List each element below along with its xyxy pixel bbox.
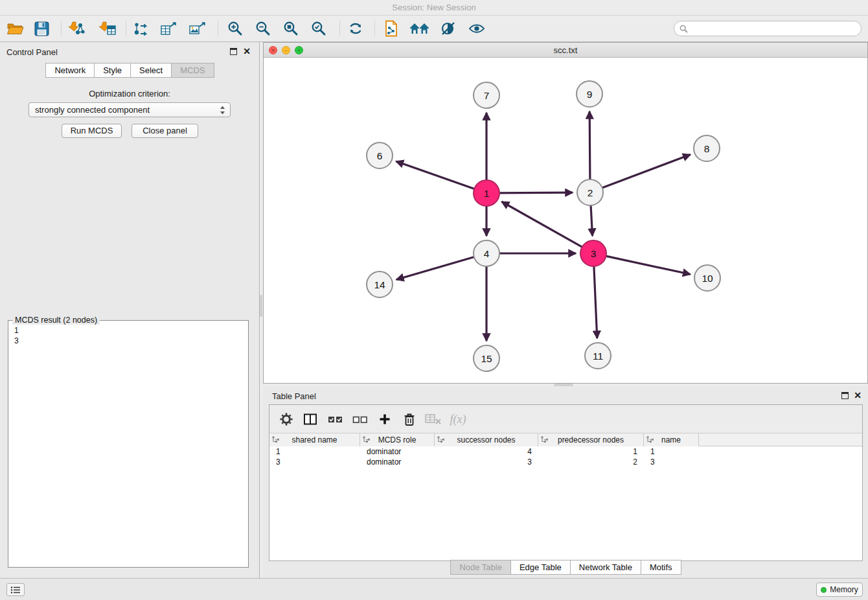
export-table-button[interactable] <box>158 19 180 38</box>
function-builder-button[interactable]: f(x) <box>448 410 468 428</box>
column-header-name[interactable]: name <box>644 433 699 446</box>
memory-button[interactable]: Memory <box>816 583 863 597</box>
tab-select[interactable]: Select <box>130 63 172 78</box>
table-tab-motifs[interactable]: Motifs <box>641 560 681 575</box>
close-panel-button[interactable]: Close panel <box>131 124 198 138</box>
fx-icon: f(x) <box>450 413 466 426</box>
table-tab-node-table[interactable]: Node Table <box>450 560 511 575</box>
select-all-button[interactable] <box>325 410 346 428</box>
tab-mcds[interactable]: MCDS <box>171 63 214 78</box>
delete-row-button[interactable] <box>399 410 420 428</box>
edge-3-11[interactable] <box>594 264 597 338</box>
edge-4-14[interactable] <box>396 256 477 279</box>
clone-network-button[interactable] <box>380 19 402 38</box>
svg-text:9: 9 <box>587 89 593 100</box>
table-row[interactable]: 1dominator411 <box>269 446 862 457</box>
show-hide-button[interactable] <box>466 19 488 38</box>
node-15[interactable]: 15 <box>474 345 499 371</box>
node-14[interactable]: 14 <box>367 271 393 297</box>
node-2[interactable]: 2 <box>577 179 603 205</box>
node-4[interactable]: 4 <box>474 240 499 266</box>
import-network-icon <box>68 21 85 36</box>
column-header-MCDS-role[interactable]: MCDS role <box>360 433 435 446</box>
network-window-titlebar: ✕ − + scc.txt <box>264 43 867 58</box>
svg-text:1: 1 <box>484 188 490 199</box>
optimization-select[interactable]: strongly connected component <box>29 102 231 117</box>
refresh-icon <box>347 21 364 36</box>
run-mcds-button[interactable]: Run MCDS <box>62 124 122 138</box>
plus-icon <box>378 413 391 426</box>
float-panel-icon[interactable] <box>230 48 237 55</box>
add-row-button[interactable] <box>374 410 395 428</box>
table-tab-edge-table[interactable]: Edge Table <box>510 560 571 575</box>
delete-table-button[interactable] <box>423 410 444 428</box>
save-session-button[interactable] <box>30 19 52 38</box>
column-header-predecessor-nodes[interactable]: predecessor nodes <box>538 433 644 446</box>
import-table-button[interactable] <box>97 19 119 38</box>
show-columns-button[interactable] <box>300 410 321 428</box>
svg-text:10: 10 <box>702 273 713 284</box>
node-7[interactable]: 7 <box>474 82 499 108</box>
svg-text:8: 8 <box>704 143 710 154</box>
node-6[interactable]: 6 <box>367 143 393 168</box>
export-image-button[interactable] <box>187 19 209 38</box>
tab-network[interactable]: Network <box>45 63 95 78</box>
edge-1-6[interactable] <box>396 161 476 190</box>
home-layout-button[interactable] <box>409 19 431 38</box>
export-network-button[interactable] <box>130 19 152 38</box>
table-tabs: Node TableEdge TableNetwork TableMotifs <box>263 560 868 575</box>
deselect-all-button[interactable] <box>350 410 371 428</box>
zoom-selected-icon <box>311 21 326 36</box>
zoom-out-button[interactable] <box>252 19 274 38</box>
toolbar-separator <box>339 21 340 36</box>
export-table-icon <box>161 21 177 36</box>
column-header-successor-nodes[interactable]: successor nodes <box>435 433 538 446</box>
node-11[interactable]: 11 <box>585 343 611 369</box>
mcds-result-box[interactable]: MCDS result (2 nodes) 13 <box>8 320 249 568</box>
import-table-icon <box>99 21 116 36</box>
search-input[interactable] <box>691 24 856 33</box>
network-canvas[interactable]: 7968124314101511 <box>264 58 867 383</box>
floppy-icon <box>34 21 49 36</box>
zoom-in-button[interactable] <box>224 19 246 38</box>
panel-splitter-grip[interactable] <box>260 295 262 317</box>
edge-2-8[interactable] <box>600 155 691 189</box>
node-8[interactable]: 8 <box>694 135 720 161</box>
edge-2-3[interactable] <box>591 203 593 236</box>
table-settings-button[interactable] <box>276 410 297 428</box>
search-field[interactable] <box>674 21 862 36</box>
minimize-window-button[interactable]: − <box>282 46 290 54</box>
node-10[interactable]: 10 <box>694 265 720 291</box>
window-titlebar: Session: New Session <box>0 0 868 16</box>
refresh-button[interactable] <box>345 19 367 38</box>
float-table-panel-icon[interactable] <box>841 392 849 399</box>
node-3[interactable]: 3 <box>580 240 606 266</box>
zoom-selected-button[interactable] <box>308 19 330 38</box>
node-9[interactable]: 9 <box>577 81 602 107</box>
table-cell: 3 <box>644 457 699 467</box>
table-row[interactable]: 3dominator323 <box>269 457 862 467</box>
close-window-button[interactable]: ✕ <box>269 46 277 54</box>
table-tab-network-table[interactable]: Network Table <box>570 560 641 575</box>
edge-1-2[interactable] <box>497 192 573 193</box>
close-table-panel-icon[interactable]: ✕ <box>854 390 862 400</box>
task-history-button[interactable] <box>6 583 25 596</box>
optimization-label: Optimization criterion: <box>0 89 259 98</box>
zoom-window-button[interactable]: + <box>295 46 303 54</box>
zoom-fit-icon <box>283 21 299 36</box>
edge-3-1[interactable] <box>502 202 585 248</box>
column-label: MCDS role <box>378 435 417 444</box>
column-header-shared-name[interactable]: shared name <box>269 433 360 446</box>
svg-text:7: 7 <box>484 90 490 101</box>
edge-2-9[interactable] <box>589 111 590 182</box>
style-detail-button[interactable] <box>437 19 459 38</box>
node-1[interactable]: 1 <box>474 180 499 206</box>
close-panel-icon[interactable]: ✕ <box>243 46 251 56</box>
open-file-button[interactable] <box>4 19 26 38</box>
import-network-button[interactable] <box>65 19 87 38</box>
tab-style[interactable]: Style <box>94 63 131 78</box>
zoom-fit-button[interactable] <box>280 19 302 38</box>
edge-3-10[interactable] <box>604 255 691 274</box>
gear-icon <box>279 412 293 426</box>
chevron-up-down-icon <box>220 106 225 115</box>
